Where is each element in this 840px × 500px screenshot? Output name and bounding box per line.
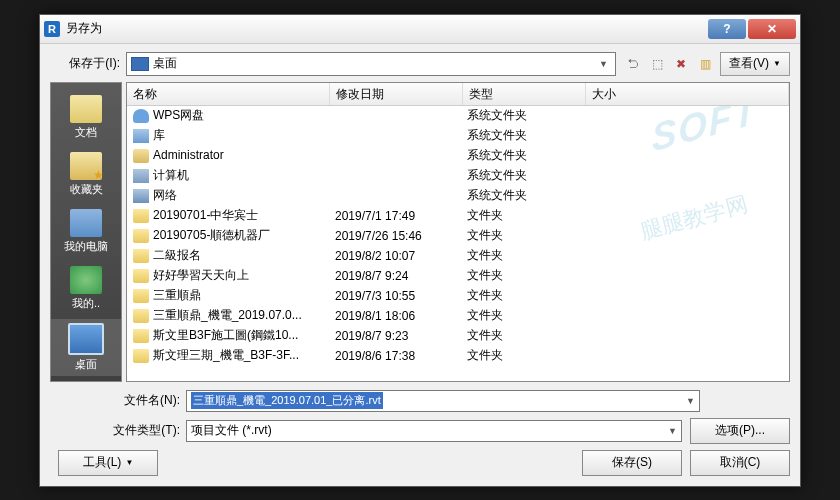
file-row[interactable]: 三重順鼎2019/7/3 10:55文件夹 [127,286,789,306]
sidebar-item[interactable]: 桌面 [51,319,121,376]
place-icon [70,95,102,123]
file-row[interactable]: 20190705-順德机器厂2019/7/26 15:46文件夹 [127,226,789,246]
place-icon [68,323,104,355]
file-icon [133,249,149,263]
window-title: 另存为 [66,20,706,37]
sidebar-label: 收藏夹 [70,182,103,197]
file-icon [133,269,149,283]
file-icon [133,309,149,323]
chevron-down-icon: ▼ [773,59,781,68]
file-icon [133,169,149,183]
col-date[interactable]: 修改日期 [330,83,463,105]
file-row[interactable]: 二級报名2019/8/2 10:07文件夹 [127,246,789,266]
desktop-icon [131,57,149,71]
help-button[interactable]: ? [708,19,746,39]
file-icon [133,209,149,223]
sidebar-label: 我的电脑 [64,239,108,254]
sidebar-label: 我的.. [72,296,100,311]
sidebar-item[interactable]: 我的.. [51,262,121,315]
tools-label: 工具(L) [83,454,122,471]
filetype-combo[interactable]: 项目文件 (*.rvt) ▼ [186,420,682,442]
file-row[interactable]: 网络系统文件夹 [127,186,789,206]
sidebar-item[interactable] [51,380,121,382]
place-icon [70,266,102,294]
file-row[interactable]: 斯文里B3F施工圖(鋼鐵10...2019/8/7 9:23文件夹 [127,326,789,346]
chevron-down-icon[interactable]: ▼ [686,396,695,406]
file-list[interactable]: SOFT 腿腿教学网 名称 修改日期 类型 大小 WPS网盘系统文件夹库系统文件… [126,82,790,382]
file-icon [133,129,149,143]
file-row[interactable]: Administrator系统文件夹 [127,146,789,166]
file-row[interactable]: 计算机系统文件夹 [127,166,789,186]
sidebar-item[interactable]: 文档 [51,91,121,144]
file-row[interactable]: 20190701-中华宾士2019/7/1 17:49文件夹 [127,206,789,226]
place-icon [70,209,102,237]
nav-toolbar: ⮌ ⬚ ✖ ▥ [624,55,714,73]
col-size[interactable]: 大小 [586,83,789,105]
file-icon [133,109,149,123]
sidebar-label: 桌面 [75,357,97,372]
back-icon[interactable]: ⮌ [624,55,642,73]
places-sidebar: 文档收藏夹我的电脑我的..桌面 [50,82,122,382]
col-type[interactable]: 类型 [463,83,586,105]
save-as-dialog: R 另存为 ? ✕ 保存于(I): 桌面 ▼ ⮌ ⬚ ✖ ▥ 查看(V) ▼ [39,14,801,487]
filename-value: 三重順鼎_機電_2019.07.01_已分离.rvt [191,392,383,409]
file-icon [133,229,149,243]
filetype-label: 文件类型(T): [50,422,180,439]
file-icon [133,189,149,203]
file-icon [133,149,149,163]
options-button[interactable]: 选项(P)... [690,418,790,444]
cancel-button[interactable]: 取消(C) [690,450,790,476]
filename-input[interactable]: 三重順鼎_機電_2019.07.01_已分离.rvt ▼ [186,390,700,412]
save-in-label: 保存于(I): [50,55,120,72]
save-button[interactable]: 保存(S) [582,450,682,476]
chevron-down-icon[interactable]: ▼ [596,56,611,71]
view-button[interactable]: 查看(V) ▼ [720,52,790,76]
chevron-down-icon[interactable]: ▼ [668,426,677,436]
file-row[interactable]: 斯文理三期_機電_B3F-3F...2019/8/6 17:38文件夹 [127,346,789,366]
column-header[interactable]: 名称 修改日期 类型 大小 [127,83,789,106]
save-in-combo[interactable]: 桌面 ▼ [126,52,616,76]
delete-icon[interactable]: ✖ [672,55,690,73]
file-row[interactable]: 三重順鼎_機電_2019.07.0...2019/8/1 18:06文件夹 [127,306,789,326]
file-row[interactable]: 好好學習天天向上2019/8/7 9:24文件夹 [127,266,789,286]
chevron-down-icon: ▼ [125,458,133,467]
file-icon [133,349,149,363]
file-row[interactable]: 库系统文件夹 [127,126,789,146]
app-icon: R [44,21,60,37]
file-row[interactable]: WPS网盘系统文件夹 [127,106,789,126]
file-icon [133,329,149,343]
save-in-value: 桌面 [153,55,177,72]
sidebar-item[interactable]: 我的电脑 [51,205,121,258]
filename-label: 文件名(N): [50,392,180,409]
file-icon [133,289,149,303]
place-icon [70,152,102,180]
filetype-value: 项目文件 (*.rvt) [191,422,272,439]
sidebar-label: 文档 [75,125,97,140]
titlebar[interactable]: R 另存为 ? ✕ [40,15,800,44]
new-folder-icon[interactable]: ▥ [696,55,714,73]
col-name[interactable]: 名称 [127,83,330,105]
close-button[interactable]: ✕ [748,19,796,39]
view-label: 查看(V) [729,55,769,72]
sidebar-item[interactable]: 收藏夹 [51,148,121,201]
tools-button[interactable]: 工具(L) ▼ [58,450,158,476]
up-icon[interactable]: ⬚ [648,55,666,73]
